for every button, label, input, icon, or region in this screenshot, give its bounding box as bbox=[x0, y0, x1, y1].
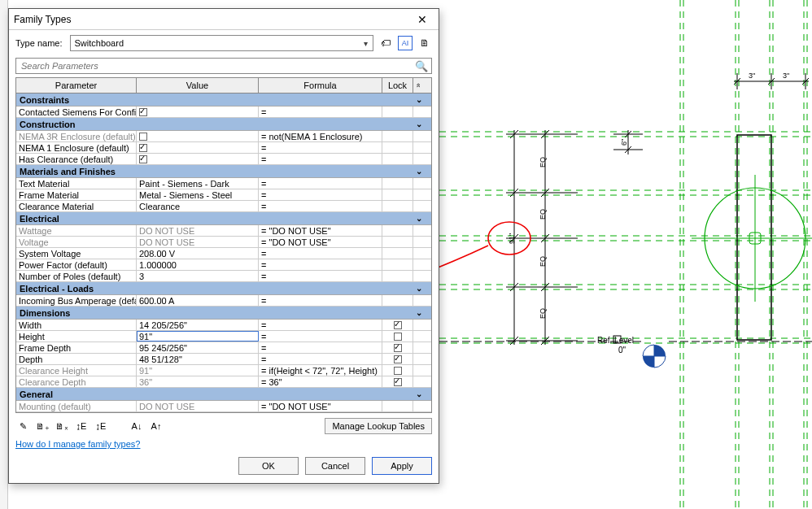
param-name[interactable]: Text Material bbox=[16, 178, 137, 189]
collapse-icon[interactable]: ⌄ bbox=[413, 120, 425, 128]
section-header[interactable]: Construction⌄ bbox=[16, 118, 431, 131]
apply-button[interactable]: Apply bbox=[372, 457, 432, 475]
collapse-icon[interactable]: ⌄ bbox=[413, 167, 425, 176]
param-lock[interactable] bbox=[382, 248, 413, 259]
param-row[interactable]: WattageDO NOT USE= "DO NOT USE" bbox=[16, 225, 431, 237]
scroll-up-icon[interactable]: » bbox=[412, 80, 426, 91]
ok-button[interactable]: OK bbox=[238, 457, 299, 475]
section-header[interactable]: Materials and Finishes⌄ bbox=[16, 165, 431, 178]
checkbox[interactable] bbox=[139, 133, 147, 141]
collapse-icon[interactable]: ⌄ bbox=[413, 95, 425, 104]
param-row[interactable]: Clearance MaterialClearance= bbox=[16, 201, 431, 212]
lock-checkbox[interactable] bbox=[394, 344, 402, 352]
param-formula[interactable]: = bbox=[259, 320, 382, 330]
param-name[interactable]: Power Factor (default) bbox=[16, 259, 137, 270]
param-name[interactable]: Depth bbox=[16, 354, 137, 364]
param-row[interactable]: Text MaterialPaint - Siemens - Dark= bbox=[16, 178, 431, 189]
param-formula[interactable]: = bbox=[259, 189, 382, 200]
param-formula[interactable]: = bbox=[259, 331, 382, 342]
section-header[interactable]: General⌄ bbox=[16, 388, 431, 401]
param-row[interactable]: Mounting (default)DO NOT USE= "DO NOT US… bbox=[16, 401, 431, 412]
param-formula[interactable]: = bbox=[259, 354, 382, 364]
new-param-icon[interactable]: 🗎₊ bbox=[35, 419, 50, 433]
param-formula[interactable]: = 36" bbox=[259, 376, 382, 387]
param-row[interactable]: Power Factor (default)1.000000= bbox=[16, 259, 431, 271]
param-lock[interactable] bbox=[382, 331, 413, 342]
param-lock[interactable] bbox=[382, 237, 413, 247]
param-formula[interactable]: = bbox=[259, 295, 382, 306]
param-name[interactable]: System Voltage bbox=[16, 248, 137, 259]
param-lock[interactable] bbox=[382, 178, 413, 189]
cancel-button[interactable]: Cancel bbox=[305, 457, 365, 475]
lock-checkbox[interactable] bbox=[394, 367, 402, 375]
section-header[interactable]: Electrical - Loads⌄ bbox=[16, 282, 431, 295]
param-lock[interactable] bbox=[382, 225, 413, 236]
param-formula[interactable]: = "DO NOT USE" bbox=[259, 225, 382, 236]
param-formula[interactable]: = bbox=[259, 342, 382, 353]
param-row[interactable]: Frame MaterialMetal - Siemens - Steel= bbox=[16, 189, 431, 201]
param-lock[interactable] bbox=[382, 342, 413, 353]
section-header[interactable]: Constraints⌄ bbox=[16, 94, 431, 107]
param-lock[interactable] bbox=[382, 271, 413, 281]
param-row[interactable]: Clearance Height91"= if(Height < 72", 72… bbox=[16, 365, 431, 376]
param-name[interactable]: Clearance Depth bbox=[16, 376, 137, 387]
param-formula[interactable]: = not(NEMA 1 Enclosure) bbox=[259, 131, 382, 141]
sort-desc-icon[interactable]: A↑ bbox=[149, 419, 164, 433]
param-row[interactable]: Contacted Siemens For Configurati= bbox=[16, 107, 431, 118]
param-formula[interactable]: = "DO NOT USE" bbox=[259, 237, 382, 247]
tag-icon[interactable]: 🏷 bbox=[378, 36, 393, 50]
param-formula[interactable]: = bbox=[259, 259, 382, 270]
lock-checkbox[interactable] bbox=[394, 333, 402, 341]
param-lock[interactable] bbox=[382, 154, 413, 164]
param-value[interactable]: 600.00 A bbox=[137, 295, 259, 306]
param-row[interactable]: Height91"= bbox=[16, 331, 431, 342]
param-value[interactable]: DO NOT USE bbox=[137, 401, 259, 411]
search-box[interactable]: 🔍 bbox=[15, 58, 432, 74]
ai-icon[interactable]: AI bbox=[398, 36, 413, 50]
param-lock[interactable] bbox=[382, 365, 413, 376]
param-value[interactable]: 91" bbox=[137, 365, 259, 376]
checkbox[interactable] bbox=[139, 155, 147, 163]
param-row[interactable]: System Voltage208.00 V= bbox=[16, 248, 431, 259]
param-row[interactable]: Width14 205/256"= bbox=[16, 320, 431, 331]
help-link[interactable]: How do I manage family types? bbox=[15, 439, 140, 449]
param-name[interactable]: Voltage bbox=[16, 237, 137, 247]
move-up-icon[interactable]: ↨E bbox=[74, 419, 89, 433]
param-value[interactable]: 1.000000 bbox=[137, 259, 259, 270]
param-formula[interactable]: = bbox=[259, 154, 382, 164]
param-value[interactable]: DO NOT USE bbox=[137, 237, 259, 247]
param-name[interactable]: NEMA 3R Enclosure (default) bbox=[16, 131, 137, 141]
manage-lookup-tables-button[interactable]: Manage Lookup Tables bbox=[325, 418, 432, 434]
param-lock[interactable] bbox=[382, 295, 413, 306]
collapse-icon[interactable]: ⌄ bbox=[413, 214, 425, 223]
param-value[interactable]: 208.00 V bbox=[137, 248, 259, 259]
close-icon[interactable]: ✕ bbox=[411, 13, 434, 26]
param-row[interactable]: NEMA 1 Enclosure (default)= bbox=[16, 142, 431, 154]
param-row[interactable]: Number of Poles (default)3= bbox=[16, 271, 431, 282]
param-name[interactable]: Frame Material bbox=[16, 189, 137, 200]
checkbox[interactable] bbox=[139, 144, 147, 152]
param-value[interactable]: 36" bbox=[137, 376, 259, 387]
param-value[interactable]: 3 bbox=[137, 271, 259, 281]
param-name[interactable]: Incoming Bus Amperage (default) bbox=[16, 295, 137, 306]
param-lock[interactable] bbox=[382, 320, 413, 330]
param-lock[interactable] bbox=[382, 142, 413, 153]
collapse-icon[interactable]: ⌄ bbox=[413, 308, 425, 317]
param-row[interactable]: Depth48 51/128"= bbox=[16, 354, 431, 365]
param-name[interactable]: Width bbox=[16, 320, 137, 330]
param-value[interactable] bbox=[137, 131, 259, 141]
param-value[interactable]: Paint - Siemens - Dark bbox=[137, 178, 259, 189]
param-value[interactable] bbox=[137, 154, 259, 164]
param-name[interactable]: Frame Depth bbox=[16, 342, 137, 353]
param-formula[interactable]: = bbox=[259, 107, 382, 117]
param-lock[interactable] bbox=[382, 401, 413, 411]
param-lock[interactable] bbox=[382, 376, 413, 387]
param-value[interactable]: 95 245/256" bbox=[137, 342, 259, 353]
param-lock[interactable] bbox=[382, 201, 413, 211]
param-row[interactable]: Clearance Depth36"= 36" bbox=[16, 376, 431, 388]
param-formula[interactable]: = bbox=[259, 201, 382, 211]
header-formula[interactable]: Formula bbox=[259, 78, 382, 93]
sort-asc-icon[interactable]: A↓ bbox=[129, 419, 144, 433]
param-row[interactable]: VoltageDO NOT USE= "DO NOT USE" bbox=[16, 237, 431, 248]
lock-checkbox[interactable] bbox=[394, 355, 402, 363]
